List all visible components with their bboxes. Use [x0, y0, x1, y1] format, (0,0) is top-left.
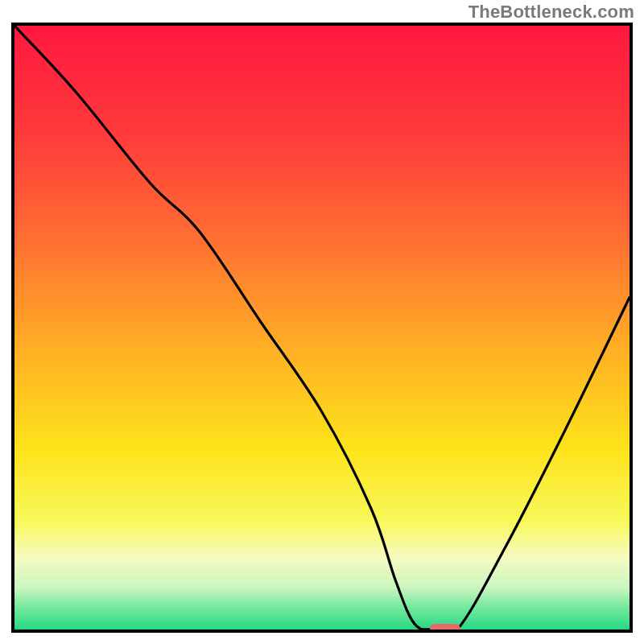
watermark-text: TheBottleneck.com [469, 2, 634, 23]
chart-plot-area [11, 23, 633, 633]
chart-line-series [14, 26, 630, 630]
optimal-point-marker [430, 624, 460, 633]
